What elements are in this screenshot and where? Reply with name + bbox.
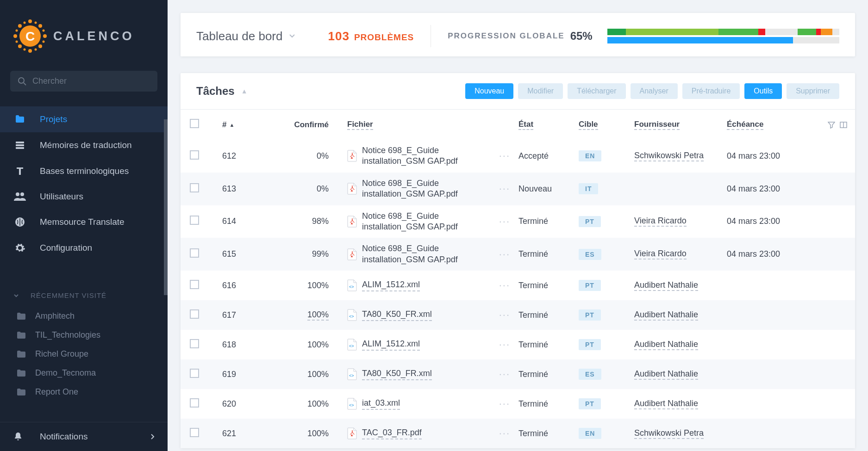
pdf-file-icon: ▲人 [347,427,357,439]
recent-section-header[interactable]: RÉCEMMENT VISITÉ [0,284,168,307]
tasks-title[interactable]: Tâches ▲ [196,85,248,98]
table-row[interactable]: 615 99% ▲人 Notice 698_E_Guide installati… [181,238,855,271]
progress-bar [607,29,839,35]
sidebar-item-bases-terminologiques[interactable]: Bases terminologiques [0,158,168,184]
users-icon [13,192,27,202]
more-icon[interactable]: ··· [499,398,518,410]
row-number: 612 [222,151,269,161]
svg-text:人: 人 [350,218,355,223]
more-icon[interactable]: ··· [499,183,518,195]
recent-item[interactable]: Amphitech [0,307,168,326]
row-checkbox[interactable] [190,339,222,351]
row-checkbox[interactable] [190,428,222,439]
recent-item[interactable]: TIL_Technologies [0,326,168,345]
recent-item[interactable]: Report One [0,383,168,402]
row-target: EN [579,150,634,161]
row-confirm: 100% [269,429,347,439]
th-deadline[interactable]: Échéance [727,120,819,130]
brand-name: CALENCO [53,29,135,43]
th-file[interactable]: Fichier [347,120,518,130]
search-box[interactable] [10,71,157,92]
tasks-panel: Tâches ▲ NouveauModifierTéléchargerAnaly… [181,73,855,448]
row-checkbox[interactable] [190,150,222,162]
svg-text:人: 人 [350,430,355,435]
sidebar-item-memsource-translate[interactable]: Memsource Translate [0,209,168,235]
row-checkbox[interactable] [190,280,222,291]
outils-button[interactable]: Outils [744,83,782,99]
more-icon[interactable]: ··· [499,309,518,321]
more-icon[interactable]: ··· [499,427,518,439]
row-deadline: 04 mars 23:00 [727,151,819,161]
row-state: Terminé [518,370,579,379]
notifications[interactable]: Notifications [0,422,168,451]
columns-icon[interactable] [840,121,847,129]
more-icon[interactable]: ··· [499,150,518,162]
recent-item[interactable]: Richel Groupe [0,345,168,364]
sidebar-scrollbar[interactable] [164,119,168,295]
lang-badge: IT [579,183,598,194]
svg-point-8 [13,34,17,38]
row-file[interactable]: ▲人 TAC_03_FR.pdf ··· [347,427,518,439]
sidebar-item-utilisateurs[interactable]: Utilisateurs [0,184,168,209]
table-row[interactable]: 613 0% ▲人 Notice 698_E_Guide installatio… [181,173,855,205]
row-checkbox[interactable] [190,309,222,321]
row-checkbox[interactable] [190,248,222,260]
page-title-dropdown[interactable]: Tableau de bord [196,29,295,43]
row-file[interactable]: <> iat_03.xml ··· [347,398,518,410]
row-file[interactable]: <> TA80_K50_FR.xml ··· [347,368,518,380]
progress-segment [832,29,839,35]
table-row[interactable]: 621 100% ▲人 TAC_03_FR.pdf ··· Terminé EN… [181,419,855,448]
table-row[interactable]: 618 100% <> ALIM_1512.xml ··· Terminé PT… [181,330,855,359]
filter-icon[interactable] [828,121,835,129]
row-file[interactable]: <> TA80_K50_FR.xml ··· [347,309,518,321]
sidebar-item-label: Memsource Translate [40,217,125,227]
table-row[interactable]: 620 100% <> iat_03.xml ··· Terminé PT Au… [181,389,855,419]
nouveau-button[interactable]: Nouveau [465,83,513,99]
th-target[interactable]: Cible [579,120,634,130]
th-confirm[interactable]: Confirmé [269,120,347,130]
row-checkbox[interactable] [190,398,222,410]
recent-item-label: TIL_Technologies [35,330,100,340]
progress-segment [798,29,816,35]
more-icon[interactable]: ··· [499,248,518,260]
row-target: PT [579,309,634,321]
row-confirm: 0% [269,184,347,194]
lang-badge: PT [579,339,601,350]
telecharger-button: Télécharger [568,83,625,99]
th-checkbox[interactable] [190,119,222,130]
search-input[interactable] [32,76,150,86]
th-number[interactable]: # ▲ [222,120,269,130]
table-row[interactable]: 619 100% <> TA80_K50_FR.xml ··· Terminé … [181,359,855,389]
more-icon[interactable]: ··· [499,216,518,228]
table-row[interactable]: 612 0% ▲人 Notice 698_E_Guide installatio… [181,140,855,173]
row-provider: Schwikowski Petra [634,151,727,161]
row-file[interactable]: ▲人 Notice 698_E_Guide installation_GSM G… [347,243,518,265]
recent-item[interactable]: Demo_Tecnoma [0,364,168,383]
table-row[interactable]: 616 100% <> ALIM_1512.xml ··· Terminé PT… [181,271,855,300]
row-file[interactable]: ▲人 Notice 698_E_Guide installation_GSM G… [347,211,518,233]
sidebar-item-projets[interactable]: Projets [0,106,168,132]
progress-segment [816,29,821,35]
row-file[interactable]: <> ALIM_1512.xml ··· [347,279,518,291]
row-checkbox[interactable] [190,216,222,227]
xml-file-icon: <> [347,398,357,410]
th-state[interactable]: État [518,120,579,130]
row-file[interactable]: ▲人 Notice 698_E_Guide installation_GSM G… [347,145,518,167]
row-file[interactable]: ▲人 Notice 698_E_Guide installation_GSM G… [347,178,518,200]
more-icon[interactable]: ··· [499,368,518,380]
sidebar-item-configuration[interactable]: Configuration [0,235,168,261]
row-deadline: 04 mars 23:00 [727,249,819,259]
svg-text:<>: <> [349,403,354,408]
th-provider[interactable]: Fournisseur [634,120,727,130]
problems-indicator[interactable]: 103 PROBLÈMES [328,29,414,43]
row-file[interactable]: <> ALIM_1512.xml ··· [347,339,518,351]
table-row[interactable]: 617 100% <> TA80_K50_FR.xml ··· Terminé … [181,300,855,330]
more-icon[interactable]: ··· [499,279,518,291]
tasks-header: Tâches ▲ NouveauModifierTéléchargerAnaly… [181,73,855,110]
row-checkbox[interactable] [190,369,222,380]
row-deadline: 04 mars 23:00 [727,184,819,194]
sidebar-item-mémoires-de-traduction[interactable]: Mémoires de traduction [0,132,168,158]
table-row[interactable]: 614 98% ▲人 Notice 698_E_Guide installati… [181,205,855,238]
row-checkbox[interactable] [190,183,222,195]
more-icon[interactable]: ··· [499,339,518,351]
